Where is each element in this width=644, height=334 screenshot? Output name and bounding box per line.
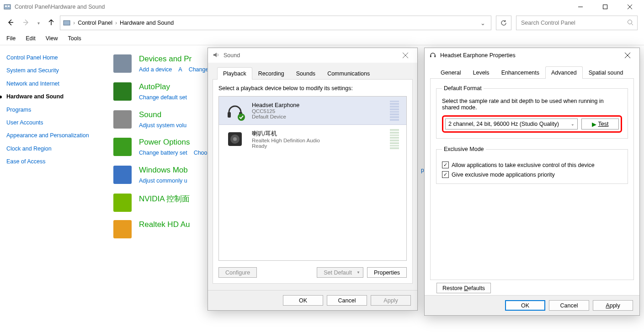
- headset-icon: [224, 100, 245, 121]
- nav-history-dropdown[interactable]: ▾: [37, 21, 40, 26]
- sidebar-item[interactable]: Appearance and Personalization: [6, 132, 95, 139]
- exclusive-control-checkbox[interactable]: ✓ Allow applications to take exclusive c…: [442, 162, 622, 168]
- tab-sounds[interactable]: Sounds: [290, 67, 321, 80]
- tab-advanced[interactable]: Advanced: [545, 66, 583, 79]
- set-default-button[interactable]: Set Default▼: [317, 267, 363, 278]
- headset-icon: [429, 51, 436, 60]
- sidebar-item[interactable]: Hardware and Sound: [6, 93, 95, 100]
- menu-edit[interactable]: Edit: [26, 35, 36, 42]
- tab-general[interactable]: General: [435, 66, 467, 79]
- apply-button[interactable]: Apply: [593, 300, 633, 311]
- breadcrumb-item[interactable]: Control Panel: [78, 20, 112, 26]
- sound-instruction: Select a playback device below to modify…: [218, 85, 407, 92]
- category-link[interactable]: Change battery set: [139, 149, 187, 157]
- properties-button[interactable]: Properties: [367, 267, 407, 278]
- device-name: 喇叭/耳机: [252, 130, 320, 138]
- category-icon: [113, 54, 132, 73]
- svg-rect-1: [5, 5, 7, 7]
- explorer-nav: ▾ › Control Panel › Hardware and Sound ⌄: [0, 14, 644, 32]
- svg-rect-9: [64, 21, 70, 25]
- nav-up-button[interactable]: [47, 18, 55, 28]
- nav-forward-button[interactable]: [22, 18, 30, 28]
- svg-line-11: [632, 23, 633, 25]
- refresh-button[interactable]: [496, 16, 511, 30]
- search-box[interactable]: [516, 16, 638, 30]
- sidebar-item[interactable]: Programs: [6, 107, 95, 113]
- sidebar-item[interactable]: System and Security: [6, 67, 95, 74]
- chevron-right-icon: ›: [73, 20, 75, 26]
- playback-device-item[interactable]: Headset EarphoneQCC5125Default Device: [219, 97, 406, 125]
- menu-file[interactable]: File: [6, 35, 16, 42]
- address-dropdown[interactable]: ⌄: [477, 20, 488, 27]
- tab-recording[interactable]: Recording: [252, 67, 290, 80]
- svg-rect-20: [430, 55, 431, 57]
- test-button[interactable]: ▶ Test: [581, 119, 619, 129]
- play-icon: ▶: [592, 121, 596, 128]
- tab-enhancements[interactable]: Enhancements: [495, 66, 545, 79]
- category-link[interactable]: A: [178, 65, 182, 74]
- search-input[interactable]: [520, 19, 624, 27]
- address-bar[interactable]: › Control Panel › Hardware and Sound ⌄: [60, 16, 491, 30]
- cancel-button[interactable]: Cancel: [327, 295, 367, 306]
- sidebar-item[interactable]: Ease of Access: [6, 158, 95, 165]
- category-link[interactable]: Change default set: [139, 93, 187, 102]
- restore-defaults-button[interactable]: Restore Defaults: [436, 283, 491, 293]
- properties-dialog-title: Headset Earphone Properties: [440, 52, 617, 59]
- category-icon: [113, 220, 132, 238]
- sample-format-dropdown[interactable]: 2 channel, 24 bit, 96000 Hz (Studio Qual…: [445, 119, 578, 129]
- category-link[interactable]: Add a device: [139, 65, 172, 74]
- tab-levels[interactable]: Levels: [467, 66, 495, 79]
- control-panel-icon: [63, 19, 70, 27]
- nav-back-button[interactable]: [6, 18, 15, 28]
- ok-button[interactable]: OK: [505, 300, 545, 311]
- category-heading[interactable]: Windows Mob: [139, 166, 188, 175]
- exclusive-priority-checkbox[interactable]: ✓ Give exclusive mode applications prior…: [442, 171, 622, 178]
- device-name: Headset Earphone: [252, 102, 299, 108]
- close-button[interactable]: [619, 0, 640, 14]
- category-link[interactable]: Adjust system volu: [139, 121, 186, 130]
- exclusive-mode-group: Exclusive Mode ✓ Allow applications to t…: [436, 146, 628, 184]
- menu-tools[interactable]: Tools: [68, 35, 81, 42]
- svg-rect-21: [435, 55, 436, 57]
- svg-rect-2: [8, 5, 10, 7]
- sidebar-item[interactable]: Clock and Region: [6, 145, 95, 152]
- tab-spatial-sound[interactable]: Spatial sound: [583, 66, 629, 79]
- chevron-right-icon: ›: [115, 20, 117, 26]
- category-heading[interactable]: AutoPlay: [139, 82, 187, 92]
- svg-point-10: [628, 20, 632, 24]
- sound-dialog-title: Sound: [224, 52, 394, 59]
- highlighted-format-row: 2 channel, 24 bit, 96000 Hz (Studio Qual…: [442, 115, 622, 133]
- checkbox-checked-icon: ✓: [442, 171, 449, 178]
- device-status: Ready: [252, 143, 320, 149]
- ok-button[interactable]: OK: [283, 295, 323, 306]
- category-icon: [113, 138, 132, 156]
- chevron-down-icon: ⌄: [571, 122, 575, 126]
- category-heading[interactable]: NVIDIA 控制面: [139, 194, 190, 204]
- minimize-button[interactable]: [570, 0, 591, 14]
- cancel-button[interactable]: Cancel: [549, 300, 589, 311]
- apply-button[interactable]: Apply: [371, 295, 411, 306]
- category-heading[interactable]: Sound: [139, 110, 186, 119]
- level-meter: [390, 129, 399, 149]
- tab-playback[interactable]: Playback: [217, 67, 252, 80]
- tab-communications[interactable]: Communications: [321, 67, 376, 80]
- sidebar-item[interactable]: Network and Internet: [6, 81, 95, 87]
- category-heading[interactable]: Realtek HD Au: [139, 220, 190, 229]
- default-format-description: Select the sample rate and bit depth to …: [442, 98, 622, 111]
- configure-button[interactable]: Configure: [218, 267, 257, 278]
- properties-tabs: GeneralLevelsEnhancementsAdvancedSpatial…: [430, 66, 634, 79]
- category-link[interactable]: Adjust commonly u: [139, 177, 187, 185]
- search-icon: [627, 19, 633, 27]
- close-icon[interactable]: [398, 49, 413, 62]
- svg-point-16: [238, 113, 245, 121]
- close-icon[interactable]: [620, 49, 635, 62]
- breadcrumb-item[interactable]: Hardware and Sound: [120, 20, 174, 26]
- menu-view[interactable]: View: [46, 35, 58, 42]
- category-icon: [113, 82, 132, 101]
- menu-bar: File Edit View Tools: [0, 32, 644, 45]
- sidebar-item[interactable]: Control Panel Home: [6, 54, 95, 61]
- default-format-group: Default Format Select the sample rate an…: [436, 85, 628, 139]
- maximize-button[interactable]: [595, 0, 616, 14]
- playback-device-item[interactable]: 喇叭/耳机Realtek High Definition AudioReady: [219, 125, 406, 153]
- sidebar-item[interactable]: User Accounts: [6, 119, 95, 126]
